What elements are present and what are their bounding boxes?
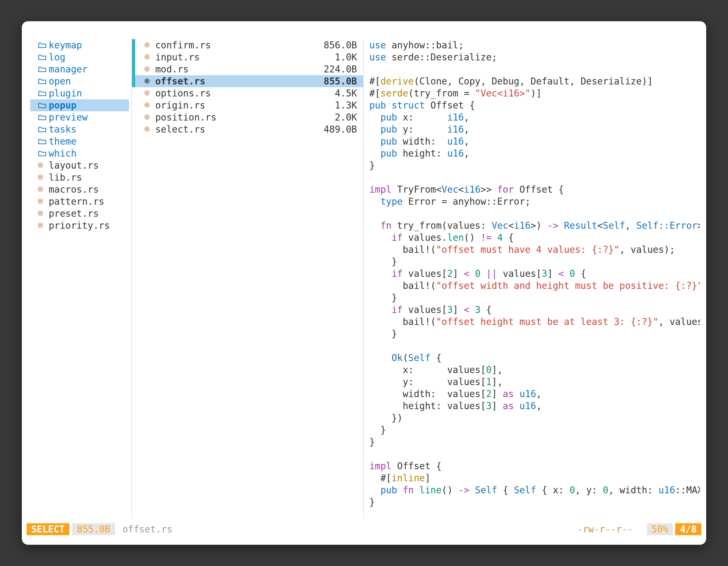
code-line: } — [369, 496, 700, 508]
folder-icon — [38, 78, 49, 85]
folder-icon — [38, 114, 49, 121]
file-row[interactable]: ®options.rs4.5K — [132, 87, 363, 99]
file-row-body: ®confirm.rs856.0B — [135, 39, 363, 51]
code-line: height: values[3] as u16, — [369, 400, 700, 412]
file-manager-window: keymaplogmanageropenpluginpopuppreviewta… — [22, 21, 706, 545]
file-size: 224.0B — [324, 63, 357, 75]
sidebar-item-lib.rs[interactable]: ®lib.rs — [30, 172, 129, 184]
rust-file-icon: ® — [38, 159, 49, 172]
sidebar-item-keymap[interactable]: keymap — [30, 39, 129, 51]
code-line: impl Offset { — [369, 460, 700, 472]
status-bar: SELECT 855.0B offset.rs -rw-r--r-- 50% 4… — [22, 518, 706, 545]
sidebar-item-plugin[interactable]: plugin — [30, 87, 129, 99]
file-name: preset.rs — [49, 208, 99, 220]
code-line: width: values[2] as u16, — [369, 388, 700, 400]
folder-name: plugin — [49, 87, 82, 99]
sidebar-item-theme[interactable]: theme — [30, 135, 129, 147]
sidebar-item-open[interactable]: open — [30, 75, 129, 87]
code-line: } — [369, 256, 700, 268]
code-line: #[derive(Clone, Copy, Debug, Default, De… — [369, 75, 700, 87]
marked-indicator — [132, 75, 135, 87]
preview-pane: use anyhow::bail;use serde::Deserialize;… — [364, 39, 706, 518]
sidebar-item-which[interactable]: which — [30, 147, 129, 159]
code-line: if values.len() != 4 { — [369, 232, 700, 244]
code-line: use anyhow::bail; — [369, 39, 700, 51]
sidebar-item-macros.rs[interactable]: ®macros.rs — [30, 184, 129, 196]
folder-icon — [38, 102, 49, 109]
sidebar-item-preview[interactable]: preview — [30, 111, 129, 123]
rust-file-icon: ® — [145, 39, 155, 51]
code-line: impl TryFrom<Vec<i16>> for Offset { — [369, 184, 700, 196]
code-line: fn try_from(values: Vec<i16>) -> Result<… — [369, 220, 700, 232]
file-name: layout.rs — [49, 159, 99, 172]
file-row[interactable]: ®position.rs2.0K — [132, 111, 363, 123]
sidebar-item-log[interactable]: log — [30, 51, 129, 63]
code-line: if values[3] < 3 { — [369, 304, 700, 316]
code-line: #[inline] — [369, 472, 700, 484]
file-row-body: ®mod.rs224.0B — [135, 63, 363, 75]
file-name: mod.rs — [155, 63, 324, 75]
file-name: options.rs — [155, 87, 335, 99]
file-row[interactable]: ®mod.rs224.0B — [132, 63, 363, 75]
file-name: pattern.rs — [49, 196, 104, 208]
code-line: bail!("offset must have 4 values: {:?}",… — [369, 244, 700, 256]
code-line: pub width: u16, — [369, 135, 700, 147]
file-size: 856.0B — [324, 39, 357, 51]
file-row-body: ®position.rs2.0K — [135, 111, 363, 123]
file-row[interactable]: ®select.rs489.0B — [132, 123, 363, 135]
sidebar-item-preset.rs[interactable]: ®preset.rs — [30, 208, 129, 220]
rust-file-icon: ® — [145, 87, 155, 99]
rust-file-icon: ® — [38, 208, 49, 220]
file-name: origin.rs — [155, 99, 335, 111]
permissions-text: -rw-r--r-- — [577, 523, 633, 535]
file-row[interactable]: ®confirm.rs856.0B — [132, 39, 363, 51]
code-line: use serde::Deserialize; — [369, 51, 700, 63]
file-row[interactable]: ®origin.rs1.3K — [132, 99, 363, 111]
folder-name: popup — [49, 99, 76, 111]
code-line: bail!("offset height must be at least 3:… — [369, 316, 700, 328]
code-line: } — [369, 292, 700, 304]
file-name: priority.rs — [49, 220, 110, 232]
rust-file-icon: ® — [38, 184, 49, 196]
code-line: #[serde(try_from = "Vec<i16>")] — [369, 87, 700, 99]
code-line: y: values[1], — [369, 376, 700, 388]
file-name: macros.rs — [49, 184, 99, 196]
folder-icon — [38, 138, 49, 145]
file-size: 1.3K — [335, 99, 357, 111]
marked-indicator — [132, 99, 135, 111]
sidebar-item-pattern.rs[interactable]: ®pattern.rs — [30, 196, 129, 208]
code-line — [369, 448, 700, 460]
file-row-body: ®input.rs1.0K — [135, 51, 363, 63]
folder-name: theme — [49, 135, 76, 147]
file-name: position.rs — [155, 111, 335, 123]
sidebar-item-tasks[interactable]: tasks — [30, 123, 129, 135]
file-row[interactable]: ®offset.rs855.0B — [132, 75, 363, 87]
sidebar-item-manager[interactable]: manager — [30, 63, 129, 75]
size-badge: 855.0B — [72, 523, 115, 535]
code-line: }) — [369, 412, 700, 424]
file-row[interactable]: ®input.rs1.0K — [132, 51, 363, 63]
rust-file-icon: ® — [145, 123, 155, 135]
sidebar-item-layout.rs[interactable]: ®layout.rs — [30, 159, 129, 172]
folder-icon — [38, 126, 49, 133]
file-row-body: ®origin.rs1.3K — [135, 99, 363, 111]
sidebar-item-popup[interactable]: popup — [30, 99, 129, 111]
rust-file-icon: ® — [38, 172, 49, 184]
file-size: 1.0K — [335, 51, 357, 63]
file-size: 2.0K — [335, 111, 357, 123]
code-preview: use anyhow::bail;use serde::Deserialize;… — [369, 39, 700, 508]
position-badge: 4/8 — [675, 523, 701, 535]
code-line: } — [369, 159, 700, 172]
panes-container: keymaplogmanageropenpluginpopuppreviewta… — [22, 21, 706, 518]
rust-file-icon: ® — [145, 75, 155, 87]
file-name: offset.rs — [155, 75, 324, 87]
file-row-body: ®select.rs489.0B — [135, 123, 363, 135]
folder-icon — [38, 150, 49, 157]
rust-file-icon: ® — [145, 111, 155, 123]
rust-file-icon: ® — [38, 220, 49, 232]
sidebar-item-priority.rs[interactable]: ®priority.rs — [30, 220, 129, 232]
code-line: } — [369, 424, 700, 436]
status-filename: offset.rs — [122, 523, 172, 535]
scroll-percent-badge: 50% — [647, 523, 673, 535]
code-line: pub struct Offset { — [369, 99, 700, 111]
